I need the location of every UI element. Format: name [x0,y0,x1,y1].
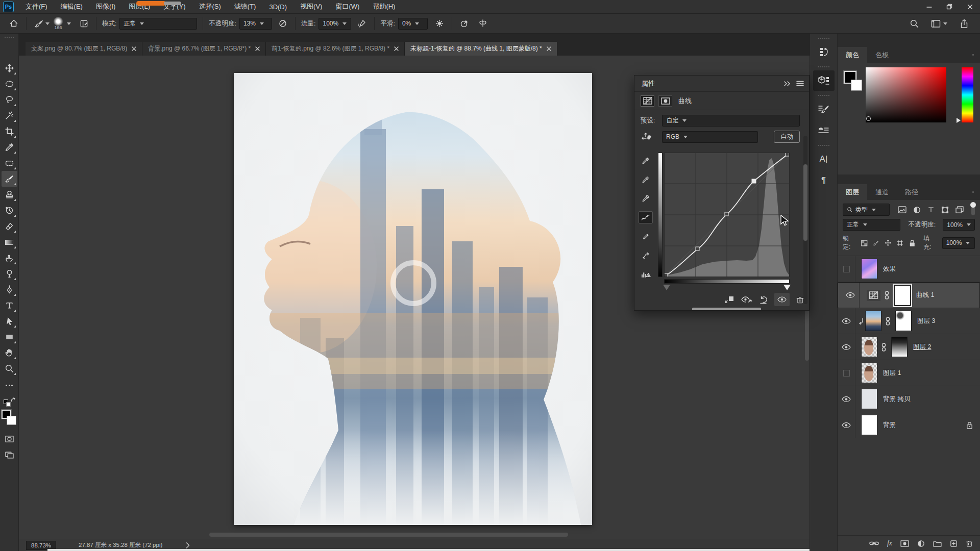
black-point-eyedropper-icon[interactable] [639,155,653,167]
doc-tab-3[interactable]: 前1-恢复的.png @ 82.6% (图层 1, RGB/8) * [266,42,405,56]
histogram-clipping-warning-icon[interactable] [639,268,653,280]
opacity-select[interactable]: 13% [239,18,272,30]
canvas-horizontal-scrollbar[interactable] [22,533,802,537]
brush-tip-chevron[interactable] [67,22,71,25]
properties-tab[interactable]: 属性 [634,79,655,88]
background-color-swatch[interactable] [7,416,16,425]
home-icon[interactable] [7,17,20,30]
layers-panel-menu-icon[interactable] [972,189,980,195]
brush-preset-chevron[interactable] [45,22,50,25]
doc-tab-2[interactable]: 背景.png @ 66.7% (图层 1, RGB/8*) * [142,42,266,56]
brush-tool-preset-icon[interactable] [32,17,45,30]
layer-row-background[interactable]: 背景 [838,412,980,438]
smooth-curve-icon[interactable] [639,249,653,261]
history-brush-tool[interactable] [2,203,17,218]
black-point-slider[interactable] [663,285,670,290]
brush-tip-preview[interactable]: 166 [51,17,66,30]
visibility-toggle[interactable] [838,334,855,360]
filter-pixel-layers-icon[interactable] [898,206,906,213]
pressure-size-icon[interactable] [458,17,471,30]
visibility-toggle[interactable] [842,283,860,308]
layer-thumbnail[interactable] [861,415,877,435]
reset-adjustment-icon[interactable] [759,295,768,304]
visibility-toggle[interactable] [838,386,855,412]
toggle-visibility-button[interactable] [774,293,790,306]
layer-name[interactable]: 曲线 1 [916,291,934,299]
smoothing-select[interactable]: 0% [398,18,428,30]
curves-adjustment-icon[interactable] [641,95,654,107]
type-tool[interactable] [2,297,17,313]
layer-name[interactable]: 效果 [883,265,896,273]
dodge-tool[interactable] [2,266,17,282]
airbrush-icon[interactable] [355,17,369,30]
layer-name[interactable]: 图层 3 [917,317,935,325]
rectangle-tool[interactable] [2,329,17,345]
close-tab-icon[interactable] [547,46,551,51]
status-chevron-icon[interactable] [186,542,190,548]
layer-name[interactable]: 背景 拷贝 [883,395,910,404]
pressure-opacity-icon[interactable] [276,17,289,30]
properties-scrollbar[interactable] [803,136,807,304]
layer-name[interactable]: 背景 [883,421,896,430]
filter-adjustment-layers-icon[interactable] [913,206,921,214]
menu-3d[interactable]: 3D(D) [262,0,293,13]
hand-tool[interactable] [2,345,17,361]
magic-wand-tool[interactable] [2,108,17,123]
elliptical-marquee-tool[interactable] [2,76,17,92]
color-spectrum-picker[interactable] [866,67,946,122]
white-point-slider[interactable] [783,285,791,290]
tab-color[interactable]: 颜色 [838,47,867,63]
zoom-tool[interactable] [2,361,17,377]
targeted-adjustment-icon[interactable] [641,132,653,142]
layer-thumbnail[interactable] [861,389,877,409]
character-panel-icon[interactable]: A| [813,149,835,169]
delete-adjustment-icon[interactable] [796,295,804,304]
clip-to-layer-icon[interactable] [724,295,734,304]
close-button[interactable] [960,0,980,13]
move-tool[interactable] [2,60,17,76]
canvas-document[interactable] [234,73,592,525]
panel-menu-icon[interactable] [796,81,804,86]
white-point-eyedropper-icon[interactable] [639,192,653,205]
layer-row-layer3[interactable]: 图层 3 [838,308,980,334]
color-panel-menu-icon[interactable] [972,52,980,58]
lock-artboard-icon[interactable] [896,240,904,246]
filter-shape-layers-icon[interactable] [941,206,949,214]
layer-fill-select[interactable]: 100% [942,237,975,249]
tab-paths[interactable]: 路径 [897,184,926,200]
zoom-level-field[interactable]: 88.73% [26,541,56,550]
channel-select[interactable]: RGB [662,131,758,143]
layer-name[interactable]: 图层 1 [883,369,901,378]
paragraph-panel-icon[interactable]: ¶ [813,170,835,191]
lock-position-icon[interactable] [885,239,892,246]
filter-toggle-switch[interactable] [971,204,975,215]
visibility-toggle[interactable] [838,412,855,438]
brushes-panel-icon[interactable] [813,120,835,141]
link-layers-icon[interactable] [869,540,879,546]
preset-select[interactable]: 自定 [662,115,800,127]
toolbar-drag-handle[interactable] [5,37,14,38]
curves-layer-icon[interactable] [867,290,880,301]
add-mask-icon[interactable] [900,540,909,547]
mask-link-icon[interactable] [885,317,891,325]
delete-layer-icon[interactable] [966,539,973,547]
gradient-tool[interactable] [2,234,17,250]
background-color-swatch[interactable] [851,80,862,91]
hue-slider[interactable] [962,67,973,122]
visibility-toggle[interactable] [838,256,855,282]
layer-mask-icon[interactable] [658,95,672,107]
properties-panel-icon[interactable] [813,70,835,91]
clone-stamp-tool[interactable] [2,187,17,203]
close-tab-icon[interactable] [394,46,399,51]
close-tab-icon[interactable] [255,46,260,51]
toggle-brush-panel-icon[interactable] [77,17,90,30]
brush-settings-panel-icon[interactable] [813,99,835,119]
gray-point-eyedropper-icon[interactable] [639,173,653,186]
edit-toolbar-ellipsis[interactable] [2,378,17,393]
mask-link-icon[interactable] [884,291,890,299]
layer-thumbnail[interactable] [861,363,877,383]
layer-row-effect[interactable]: 效果 [838,256,980,282]
crop-tool[interactable] [2,123,17,139]
color-picker-ring[interactable] [866,116,871,121]
lasso-tool[interactable] [2,92,17,108]
